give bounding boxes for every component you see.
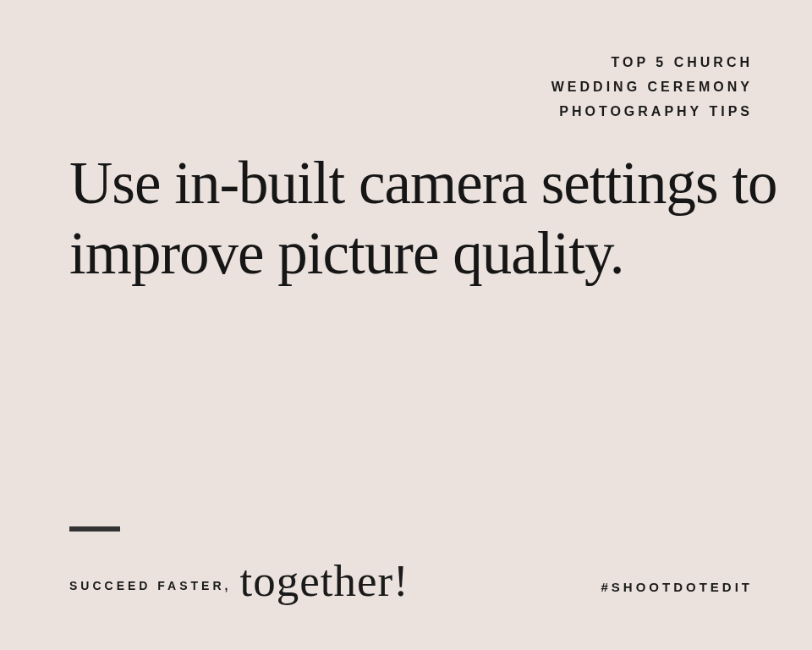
tagline: SUCCEED FASTER, together!: [69, 560, 409, 611]
divider-line: [69, 526, 120, 532]
tagline-script-text: together!: [239, 555, 409, 606]
header-line-1: TOP 5 CHURCH: [551, 51, 753, 75]
tagline-plain-text: SUCCEED FASTER,: [69, 579, 231, 592]
header-line-2: WEDDING CEREMONY: [551, 75, 753, 100]
header-line-3: PHOTOGRAPHY TIPS: [551, 100, 753, 124]
header-category: TOP 5 CHURCH WEDDING CEREMONY PHOTOGRAPH…: [551, 51, 753, 124]
main-headline: Use in-built camera settings to improve …: [69, 148, 812, 289]
hashtag-text: #SHOOTDOTEDIT: [601, 580, 753, 594]
